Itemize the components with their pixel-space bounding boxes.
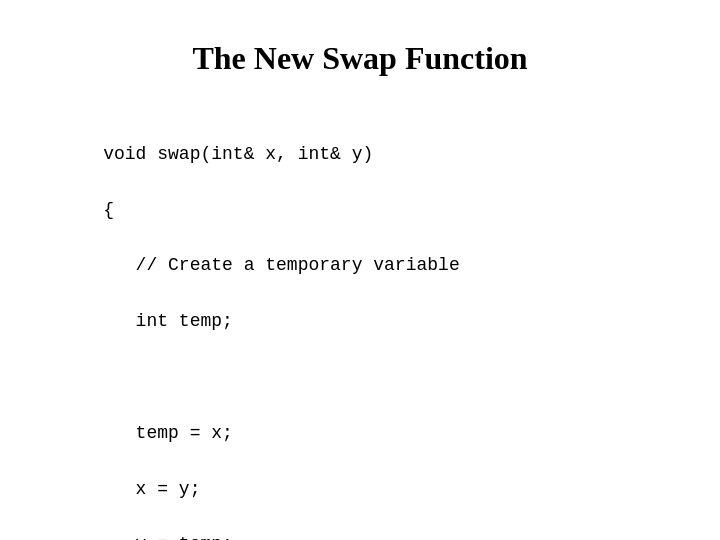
code-line-7: x = y; <box>103 479 200 499</box>
code-line-6: temp = x; <box>103 423 233 443</box>
slide-container: The New Swap Function void swap(int& x, … <box>0 0 720 540</box>
code-line-3: // Create a temporary variable <box>103 255 459 275</box>
code-line-4: int temp; <box>103 311 233 331</box>
code-block: void swap(int& x, int& y) { // Create a … <box>60 113 660 540</box>
code-line-1: void swap(int& x, int& y) <box>103 144 373 164</box>
slide-title: The New Swap Function <box>60 40 660 77</box>
code-line-8: y = temp; <box>103 534 233 540</box>
code-line-2: { <box>103 200 114 220</box>
